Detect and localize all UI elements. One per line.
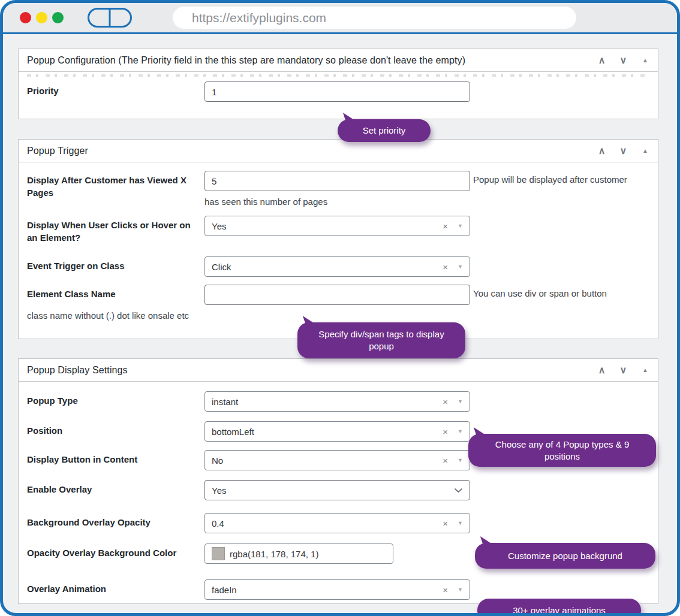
event-trigger-select[interactable]: Click × ▼ [204, 256, 470, 277]
collapse-panel-icon[interactable]: ▲ [642, 148, 648, 154]
enable-overlay-row: Enable Overlay Yes [19, 480, 658, 500]
overlay-animation-value: fadeIn [212, 585, 237, 595]
select-chevron-icon [454, 488, 463, 493]
maximize-window-icon[interactable] [52, 12, 64, 23]
position-label: Position [27, 421, 204, 437]
panel-controls: ∧ ∨ ▲ [584, 366, 648, 375]
overlay-opacity-value: 0.4 [212, 518, 224, 529]
settings-page: Popup Configuration (The Priority field … [3, 34, 677, 612]
tooltip-text: Customize popup backgrund [508, 550, 622, 562]
overlay-animation-select[interactable]: fadeIn × ▼ [204, 579, 470, 600]
clipped-row-artifact [27, 74, 649, 77]
priority-input[interactable]: 1 [204, 81, 470, 102]
url-text: https://extifyplugins.com [192, 11, 326, 25]
move-up-icon[interactable]: ∧ [598, 146, 606, 156]
viewed-pages-value: 5 [212, 176, 216, 186]
dropdown-arrow-icon[interactable]: ▼ [458, 224, 463, 229]
enable-overlay-value: Yes [212, 485, 226, 496]
display-button-value: No [212, 455, 223, 466]
dropdown-arrow-icon[interactable]: ▼ [458, 264, 463, 270]
enable-overlay-label: Enable Overlay [27, 480, 204, 496]
clear-selection-icon[interactable]: × [443, 585, 448, 594]
position-value: bottomLeft [212, 427, 254, 437]
panel-popup-trigger-header[interactable]: Popup Trigger ∧ ∨ ▲ [19, 140, 658, 162]
element-class-label: Element Class Name [27, 285, 204, 301]
panel-body: Display After Customer has Viewed X Page… [19, 171, 658, 339]
overlay-opacity-select[interactable]: 0.4 × ▼ [204, 513, 470, 533]
viewed-pages-input[interactable]: 5 [204, 171, 470, 191]
tooltip-text: 30+ overlay animations [513, 605, 606, 616]
click-hover-select[interactable]: Yes × ▼ [204, 216, 470, 236]
close-window-icon[interactable] [20, 12, 31, 23]
tooltip-overlay-animations: 30+ overlay animations [477, 599, 641, 616]
overlay-opacity-row: Background Overlay Opacity 0.4 × ▼ [19, 513, 658, 533]
priority-row: Priority 1 [19, 81, 658, 102]
event-trigger-row: Event Trigger on Class Click × ▼ [19, 256, 658, 277]
click-hover-row: Display When User Clicks or Hover on an … [19, 216, 658, 244]
collapse-panel-icon[interactable]: ▲ [642, 367, 648, 373]
display-button-select[interactable]: No × ▼ [204, 450, 470, 470]
overlay-animation-row: Overlay Animation fadeIn × ▼ [19, 579, 658, 600]
overlay-animation-label: Overlay Animation [27, 579, 204, 596]
panel-body: Priority 1 Set priority [19, 74, 658, 119]
overlay-color-value: rgba(181, 178, 174, 1) [230, 549, 318, 559]
tooltip-popup-types: Choose any of 4 Popup types & 9 position… [468, 434, 656, 467]
popup-type-value: instant [212, 397, 238, 407]
move-down-icon[interactable]: ∨ [619, 146, 627, 156]
tooltip-text: Specify div/span tags to display popup [307, 328, 456, 353]
overlay-opacity-label: Background Overlay Opacity [27, 513, 204, 529]
dropdown-arrow-icon[interactable]: ▼ [458, 521, 463, 526]
viewed-pages-row: Display After Customer has Viewed X Page… [19, 171, 658, 207]
dropdown-arrow-icon[interactable]: ▼ [458, 587, 463, 593]
panel-body: Popup Type instant × ▼ Position [19, 391, 658, 603]
panel-title: Popup Display Settings [27, 365, 584, 376]
tooltip-text: Set priority [363, 125, 406, 137]
element-class-input[interactable] [204, 285, 470, 305]
priority-value: 1 [212, 87, 216, 97]
clear-selection-icon[interactable]: × [443, 519, 448, 528]
tooltip-text: Choose any of 4 Popup types & 9 position… [478, 439, 646, 463]
panel-controls: ∧ ∨ ▲ [584, 146, 648, 156]
element-class-side-note: You can use div or span or button [473, 285, 607, 298]
panel-popup-configuration: Popup Configuration (The Priority field … [18, 49, 658, 119]
clear-selection-icon[interactable]: × [443, 427, 448, 436]
popup-type-row: Popup Type instant × ▼ [19, 391, 658, 412]
window-controls [20, 12, 64, 23]
tooltip-specify-tags: Specify div/span tags to display popup [297, 322, 465, 358]
panel-popup-display-settings: Popup Display Settings ∧ ∨ ▲ Popup Type … [18, 358, 658, 604]
move-up-icon[interactable]: ∧ [598, 56, 606, 65]
tooltip-customize-background: Customize popup backgrund [475, 543, 655, 569]
click-hover-label: Display When User Clicks or Hover on an … [27, 216, 204, 244]
dropdown-arrow-icon[interactable]: ▼ [458, 429, 463, 434]
pill-divider [109, 10, 111, 26]
enable-overlay-select[interactable]: Yes [204, 480, 470, 500]
panel-title: Popup Trigger [27, 146, 584, 156]
click-hover-value: Yes [212, 221, 226, 231]
minimize-window-icon[interactable] [36, 12, 47, 23]
move-down-icon[interactable]: ∨ [619, 366, 627, 375]
move-up-icon[interactable]: ∧ [598, 366, 606, 375]
address-bar[interactable]: https://extifyplugins.com [173, 7, 576, 29]
panel-popup-display-settings-header[interactable]: Popup Display Settings ∧ ∨ ▲ [19, 359, 658, 382]
popup-type-select[interactable]: instant × ▼ [204, 391, 470, 412]
panel-popup-configuration-header[interactable]: Popup Configuration (The Priority field … [19, 49, 658, 72]
clear-selection-icon[interactable]: × [443, 456, 448, 465]
position-select[interactable]: bottomLeft × ▼ [204, 421, 470, 442]
element-class-row: Element Class Name You can use div or sp… [19, 285, 658, 305]
dropdown-arrow-icon[interactable]: ▼ [458, 399, 463, 404]
panel-controls: ∧ ∨ ▲ [584, 56, 648, 65]
browser-chrome: https://extifyplugins.com [3, 3, 677, 34]
priority-label: Priority [27, 81, 204, 98]
dropdown-arrow-icon[interactable]: ▼ [458, 458, 463, 463]
clear-selection-icon[interactable]: × [443, 397, 448, 406]
clear-selection-icon[interactable]: × [443, 262, 448, 271]
clear-selection-icon[interactable]: × [443, 222, 448, 231]
panel-title: Popup Configuration (The Priority field … [27, 55, 584, 66]
move-down-icon[interactable]: ∨ [619, 56, 627, 65]
back-forward-buttons[interactable] [88, 8, 132, 28]
viewed-pages-helper: has seen this number of pages [204, 197, 470, 207]
event-trigger-value: Click [212, 262, 231, 272]
collapse-panel-icon[interactable]: ▲ [642, 58, 648, 64]
panel-popup-trigger: Popup Trigger ∧ ∨ ▲ Display After Custom… [18, 139, 658, 339]
overlay-color-picker[interactable]: rgba(181, 178, 174, 1) [204, 543, 393, 564]
